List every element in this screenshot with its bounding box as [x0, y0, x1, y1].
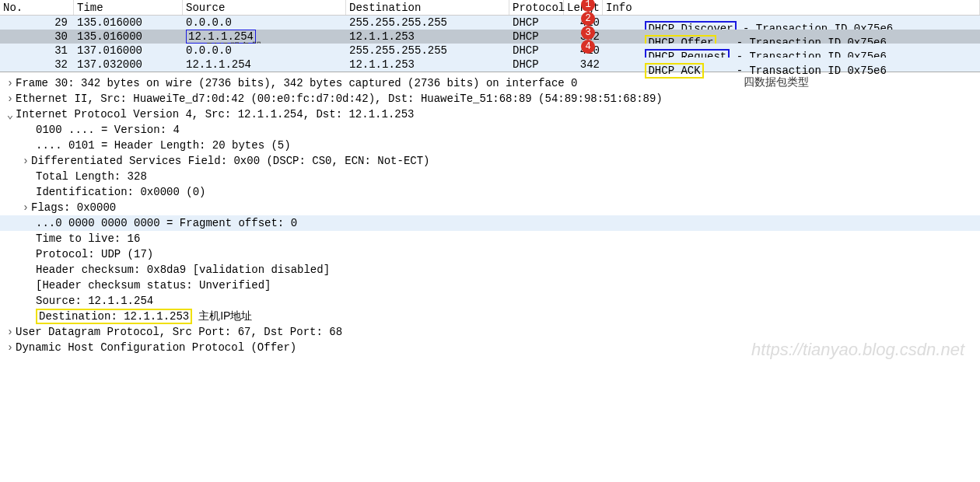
tree-item-ip-field[interactable]: Source: 12.1.1.254 [0, 293, 980, 309]
annotation-badge: 3 [581, 26, 595, 40]
cell-dest: 12.1.1.253 [346, 58, 509, 71]
cell-proto: DHCP [509, 44, 564, 57]
cell-source: 12.1.1.254 [183, 58, 346, 71]
tree-item-ip-field[interactable]: Header checksum: 0x8da9 [validation disa… [0, 262, 980, 278]
tree-item-udp[interactable]: › User Datagram Protocol, Src Port: 67, … [0, 324, 980, 340]
cell-source: 0.0.0.0 [183, 44, 346, 57]
col-header-time[interactable]: Time [74, 0, 183, 15]
tree-text: Protocol: UDP (17) [36, 248, 153, 260]
tree-text: 0100 .... = Version: 4 [36, 124, 180, 136]
cell-time: 135.016000 [74, 16, 183, 29]
tree-item-frame[interactable]: › Frame 30: 342 bytes on wire (2736 bits… [0, 75, 980, 91]
cell-proto: DHCP [509, 58, 564, 71]
cell-no: 31 [0, 44, 74, 57]
tree-text: Total Length: 328 [36, 170, 147, 183]
highlight-box: Destination: 12.1.1.253 [36, 309, 192, 324]
cell-source: 0.0.0.0 [183, 16, 346, 29]
expand-icon[interactable]: › [5, 93, 16, 105]
tree-item-ip-field[interactable]: 0100 .... = Version: 4 [0, 122, 980, 138]
cell-no: 32 [0, 58, 74, 71]
tree-text: .... 0101 = Header Length: 20 bytes (5) [36, 139, 291, 152]
tree-item-ip-field[interactable]: Total Length: 328 [0, 169, 980, 184]
cell-dest: 12.1.1.253 [346, 30, 509, 43]
cell-no: 30 [0, 30, 74, 43]
cell-time: 135.016000 [74, 30, 183, 43]
expand-icon[interactable]: › [20, 201, 31, 214]
col-header-protocol[interactable]: Protocol [509, 0, 564, 15]
col-header-no[interactable]: No. [0, 0, 74, 15]
tree-text: User Datagram Protocol, Src Port: 67, Ds… [16, 326, 342, 338]
cell-time: 137.032000 [74, 58, 183, 71]
tree-item-ip-field[interactable]: ...0 0000 0000 0000 = Fragment offset: 0 [0, 215, 980, 231]
expand-icon[interactable]: › [5, 77, 16, 89]
annotation-badge: 4 [581, 40, 595, 54]
annotation-label: 四数据包类型 [744, 75, 809, 89]
collapse-icon[interactable]: ⌄ [5, 108, 16, 121]
tree-item-ip[interactable]: ⌄ Internet Protocol Version 4, Src: 12.1… [0, 107, 980, 122]
tree-text: Differentiated Services Field: 0x00 (DSC… [31, 155, 429, 167]
tree-item-ip-field[interactable]: Protocol: UDP (17) [0, 246, 980, 262]
cell-dest: 255.255.255.255 [346, 44, 509, 57]
tree-text: Source: 12.1.1.254 [36, 295, 153, 307]
packet-row[interactable]: 32 137.032000 12.1.1.254 12.1.1.253 DHCP… [0, 58, 980, 72]
packet-list-pane[interactable]: No. Time Source Destination Protocol Len… [0, 0, 980, 72]
annotation-badge: 2 [581, 12, 595, 26]
tree-item-ip-field[interactable]: [Header checksum status: Unverified] [0, 278, 980, 293]
tree-text: [Header checksum status: Unverified] [36, 279, 271, 292]
tree-item-ip-field[interactable]: Identification: 0x0000 (0) [0, 184, 980, 200]
tree-item-ip-field[interactable]: .... 0101 = Header Length: 20 bytes (5) [0, 138, 980, 153]
tree-item-ip-field[interactable]: Time to live: 16 [0, 231, 980, 246]
tree-text: Ethernet II, Src: HuaweiTe_d7:0d:42 (00:… [16, 93, 663, 105]
cell-dest: 255.255.255.255 [346, 16, 509, 29]
cell-len: 342 [564, 58, 603, 71]
watermark-text: https://tianyao.blog.csdn.net [751, 340, 964, 360]
tree-text: Dynamic Host Configuration Protocol (Off… [16, 341, 296, 354]
tree-text: Flags: 0x0000 [31, 201, 116, 214]
tree-item-ip-field[interactable]: ›Flags: 0x0000 [0, 200, 980, 215]
col-header-destination[interactable]: Destination [346, 0, 509, 15]
tree-item-ip-destination[interactable]: Destination: 12.1.1.253 主机IP地址 [0, 309, 980, 324]
tree-text: Header checksum: 0x8da9 [validation disa… [36, 264, 330, 276]
col-header-source[interactable]: Source [183, 0, 346, 15]
tree-text: Time to live: 16 [36, 232, 140, 245]
expand-icon[interactable]: › [5, 326, 16, 338]
packet-details-pane[interactable]: 四数据包类型 › Frame 30: 342 bytes on wire (27… [0, 72, 980, 365]
tree-text: Internet Protocol Version 4, Src: 12.1.1… [16, 108, 414, 120]
tree-text: Identification: 0x0000 (0) [36, 186, 205, 198]
tree-text: ...0 0000 0000 0000 = Fragment offset: 0 [36, 217, 297, 229]
tree-item-ethernet[interactable]: › Ethernet II, Src: HuaweiTe_d7:0d:42 (0… [0, 91, 980, 107]
expand-icon[interactable]: › [20, 155, 31, 167]
annotation-label: 主机IP地址 [198, 309, 252, 323]
cell-proto: DHCP [509, 16, 564, 29]
cell-time: 137.016000 [74, 44, 183, 57]
cell-no: 29 [0, 16, 74, 29]
tree-text: Frame 30: 342 bytes on wire (2736 bits),… [16, 77, 578, 89]
expand-icon[interactable]: › [5, 341, 16, 354]
tree-item-ip-field[interactable]: ›Differentiated Services Field: 0x00 (DS… [0, 153, 980, 169]
cell-proto: DHCP [509, 30, 564, 43]
